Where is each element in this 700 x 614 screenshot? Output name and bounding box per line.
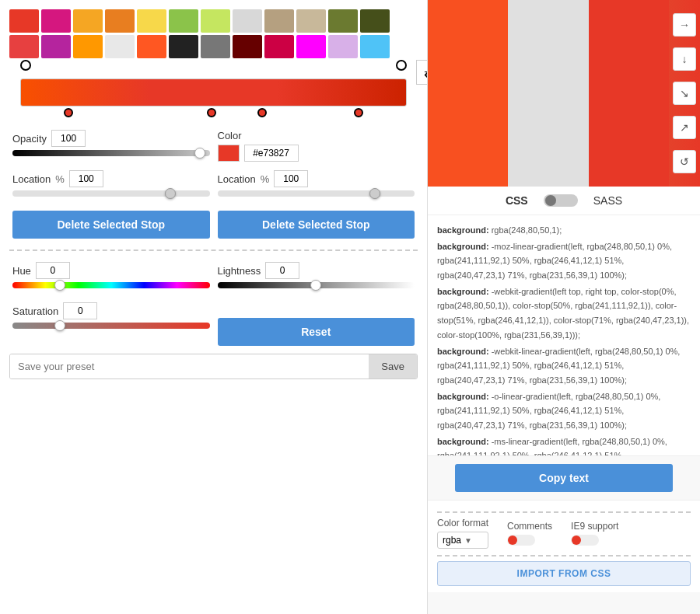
saturation-handle[interactable]: [54, 320, 65, 331]
opacity-value[interactable]: [51, 130, 86, 147]
lightness-value[interactable]: [265, 262, 299, 279]
swatch[interactable]: [73, 9, 103, 33]
color-label: Color: [218, 130, 242, 141]
swatch[interactable]: [9, 35, 39, 58]
swatch[interactable]: [296, 9, 326, 33]
select-dropdown-icon: ▼: [464, 536, 472, 545]
swatch[interactable]: [9, 9, 39, 33]
gradient-stop-top-right[interactable]: [396, 60, 407, 71]
swatch[interactable]: [233, 35, 262, 58]
swatch[interactable]: [296, 35, 326, 58]
arrow-right-button[interactable]: →: [673, 13, 696, 37]
right-panel: → ↓ ↘ ↗ ↺ CSS SASS background: rgba(248,…: [428, 0, 700, 614]
color-preview[interactable]: [218, 145, 240, 162]
gradient-stop-bottom-1[interactable]: [64, 108, 73, 117]
location-row: Location % Location %: [9, 170, 418, 203]
swatch[interactable]: [169, 9, 198, 33]
swatch[interactable]: [137, 9, 166, 33]
opacity-label: Opacity: [12, 133, 47, 145]
delete-right-button[interactable]: Delete Selected Stop: [218, 211, 415, 239]
hue-handle[interactable]: [54, 280, 65, 291]
swatch[interactable]: [360, 9, 390, 33]
swap-button[interactable]: ⇄: [416, 60, 428, 85]
swatch[interactable]: [137, 35, 166, 58]
gradient-bar[interactable]: [20, 78, 407, 106]
arrow-down-button[interactable]: ↓: [673, 47, 696, 71]
location-left-value[interactable]: [69, 170, 103, 187]
delete-left-button[interactable]: Delete Selected Stop: [12, 211, 210, 239]
preset-input[interactable]: [10, 354, 369, 379]
lightness-handle[interactable]: [310, 280, 321, 291]
arrow-circular-button[interactable]: ↺: [673, 150, 696, 173]
swatch[interactable]: [264, 35, 294, 58]
ie9-toggle-track: [571, 535, 599, 546]
opacity-handle[interactable]: [194, 148, 205, 159]
arrow-diagonal-down-button[interactable]: ↘: [673, 82, 696, 105]
save-preset-button[interactable]: Save: [369, 354, 417, 379]
location-right-handle[interactable]: [369, 188, 380, 199]
hue-label-row: Hue: [12, 262, 210, 279]
location-left-unit: %: [55, 173, 65, 185]
css-sass-toggle[interactable]: [544, 194, 578, 207]
color-hex-input[interactable]: [244, 145, 299, 162]
location-right-label-row: Location %: [218, 170, 415, 187]
color-format-value: rgba: [443, 535, 461, 546]
location-right-slider[interactable]: [218, 190, 415, 197]
sass-tab[interactable]: SASS: [593, 194, 622, 207]
swatch[interactable]: [201, 9, 230, 33]
swatch[interactable]: [201, 35, 230, 58]
swatch[interactable]: [105, 35, 135, 58]
hue-slider[interactable]: [12, 282, 210, 288]
gradient-stop-bottom-4[interactable]: [354, 108, 363, 117]
location-left-slider[interactable]: [12, 190, 210, 197]
copy-text-button[interactable]: Copy text: [455, 464, 673, 492]
import-from-css-button[interactable]: IMPORT FROM CSS: [437, 561, 691, 586]
swatch[interactable]: [41, 35, 71, 58]
swatch[interactable]: [328, 9, 358, 33]
reset-button[interactable]: Reset: [218, 318, 415, 346]
hue-group: Hue: [12, 262, 210, 295]
swatches-grid: [9, 9, 418, 58]
swatch[interactable]: [360, 35, 390, 58]
gradient-stop-bottom-2[interactable]: [207, 108, 216, 117]
comments-toggle[interactable]: [507, 535, 552, 546]
ie9-toggle[interactable]: [571, 535, 618, 546]
arrows-sidebar: → ↓ ↘ ↗ ↺: [669, 0, 700, 187]
saturation-value[interactable]: [63, 302, 97, 319]
saturation-label: Saturation: [12, 305, 58, 317]
reset-group: Reset: [218, 302, 415, 346]
code-line-2: background: -moz-linear-gradient(left, r…: [437, 239, 691, 283]
swatch[interactable]: [73, 35, 103, 58]
swatch[interactable]: [105, 9, 135, 33]
css-tab[interactable]: CSS: [506, 194, 528, 207]
opacity-slider[interactable]: [12, 150, 210, 156]
opacity-label-row: Opacity: [12, 130, 210, 147]
comments-group: Comments: [507, 521, 552, 546]
preview-block-2: [508, 0, 588, 187]
color-display: [218, 145, 415, 162]
color-format-select[interactable]: rgba ▼: [437, 532, 488, 549]
swatch[interactable]: [41, 9, 71, 33]
comments-label: Comments: [507, 521, 552, 532]
location-right-value[interactable]: [274, 170, 308, 187]
ie9-label: IE9 support: [571, 521, 618, 532]
divider-1: [9, 249, 418, 251]
lightness-slider[interactable]: [218, 282, 415, 288]
saturation-slider[interactable]: [12, 323, 210, 329]
lightness-group: Lightness: [218, 262, 415, 295]
lightness-label-row: Lightness: [218, 262, 415, 279]
swatch[interactable]: [264, 9, 294, 33]
gradient-stop-top-left[interactable]: [20, 60, 31, 71]
gradient-stop-bottom-3[interactable]: [257, 108, 267, 117]
arrow-diagonal-up-button[interactable]: ↗: [673, 116, 696, 139]
swatch[interactable]: [233, 9, 262, 33]
hue-value[interactable]: [36, 262, 70, 279]
swatch[interactable]: [169, 35, 198, 58]
code-prop-1: background:: [437, 225, 489, 235]
comments-toggle-dot: [508, 536, 517, 545]
location-left-handle[interactable]: [165, 188, 176, 199]
preview-block-1: [428, 0, 508, 187]
code-prop-4: background:: [437, 347, 489, 356]
code-line-3: background: -webkit-gradient(left top, r…: [437, 284, 691, 343]
swatch[interactable]: [328, 35, 358, 58]
